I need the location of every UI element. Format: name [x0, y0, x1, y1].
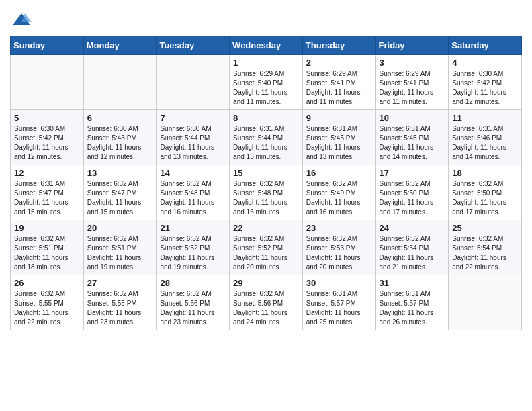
calendar-cell: 5Sunrise: 6:30 AM Sunset: 5:42 PM Daylig… — [11, 110, 84, 165]
calendar-cell: 16Sunrise: 6:32 AM Sunset: 5:49 PM Dayli… — [302, 165, 375, 220]
day-number: 13 — [87, 168, 153, 178]
day-info: Sunrise: 6:31 AM Sunset: 5:57 PM Dayligh… — [306, 289, 372, 327]
calendar-cell: 1Sunrise: 6:29 AM Sunset: 5:40 PM Daylig… — [230, 55, 303, 110]
day-number: 11 — [452, 113, 518, 123]
day-header-sunday: Sunday — [11, 36, 84, 55]
day-info: Sunrise: 6:31 AM Sunset: 5:44 PM Dayligh… — [233, 124, 299, 162]
day-info: Sunrise: 6:32 AM Sunset: 5:50 PM Dayligh… — [380, 179, 445, 217]
day-number: 21 — [160, 223, 226, 233]
calendar-cell: 7Sunrise: 6:30 AM Sunset: 5:44 PM Daylig… — [157, 110, 230, 165]
calendar-cell: 21Sunrise: 6:32 AM Sunset: 5:52 PM Dayli… — [157, 220, 230, 275]
day-header-tuesday: Tuesday — [157, 36, 230, 55]
day-info: Sunrise: 6:31 AM Sunset: 5:45 PM Dayligh… — [306, 124, 372, 162]
day-number: 9 — [306, 113, 372, 123]
calendar-cell: 19Sunrise: 6:32 AM Sunset: 5:51 PM Dayli… — [11, 220, 84, 275]
day-number: 17 — [380, 168, 445, 178]
day-number: 6 — [87, 113, 153, 123]
calendar-cell: 3Sunrise: 6:29 AM Sunset: 5:41 PM Daylig… — [375, 55, 449, 110]
day-info: Sunrise: 6:29 AM Sunset: 5:41 PM Dayligh… — [306, 69, 372, 107]
calendar-cell — [157, 55, 230, 110]
day-info: Sunrise: 6:32 AM Sunset: 5:51 PM Dayligh… — [14, 234, 80, 272]
day-info: Sunrise: 6:32 AM Sunset: 5:56 PM Dayligh… — [160, 289, 226, 327]
day-info: Sunrise: 6:32 AM Sunset: 5:55 PM Dayligh… — [87, 289, 153, 327]
day-number: 5 — [14, 113, 80, 123]
day-number: 10 — [380, 113, 445, 123]
day-number: 8 — [233, 113, 299, 123]
day-info: Sunrise: 6:29 AM Sunset: 5:41 PM Dayligh… — [380, 69, 445, 107]
day-header-wednesday: Wednesday — [230, 36, 303, 55]
logo — [10, 10, 32, 30]
day-header-friday: Friday — [375, 36, 449, 55]
day-number: 19 — [14, 223, 80, 233]
day-number: 29 — [233, 278, 299, 288]
calendar-cell: 18Sunrise: 6:32 AM Sunset: 5:50 PM Dayli… — [449, 165, 522, 220]
calendar-cell: 23Sunrise: 6:32 AM Sunset: 5:53 PM Dayli… — [302, 220, 375, 275]
week-row: 1Sunrise: 6:29 AM Sunset: 5:40 PM Daylig… — [11, 55, 522, 110]
calendar-cell: 12Sunrise: 6:31 AM Sunset: 5:47 PM Dayli… — [11, 165, 84, 220]
day-info: Sunrise: 6:32 AM Sunset: 5:54 PM Dayligh… — [452, 234, 518, 272]
week-row: 19Sunrise: 6:32 AM Sunset: 5:51 PM Dayli… — [11, 220, 522, 275]
day-header-thursday: Thursday — [302, 36, 375, 55]
day-number: 20 — [87, 223, 153, 233]
header-row: SundayMondayTuesdayWednesdayThursdayFrid… — [11, 36, 522, 55]
day-number: 30 — [306, 278, 372, 288]
day-info: Sunrise: 6:30 AM Sunset: 5:43 PM Dayligh… — [87, 124, 153, 162]
day-number: 18 — [452, 168, 518, 178]
day-info: Sunrise: 6:30 AM Sunset: 5:42 PM Dayligh… — [452, 69, 518, 107]
day-header-saturday: Saturday — [449, 36, 522, 55]
calendar-cell — [11, 55, 84, 110]
calendar-cell: 10Sunrise: 6:31 AM Sunset: 5:45 PM Dayli… — [375, 110, 449, 165]
day-info: Sunrise: 6:31 AM Sunset: 5:46 PM Dayligh… — [452, 124, 518, 162]
calendar-cell: 30Sunrise: 6:31 AM Sunset: 5:57 PM Dayli… — [302, 275, 375, 330]
calendar-cell: 17Sunrise: 6:32 AM Sunset: 5:50 PM Dayli… — [375, 165, 449, 220]
day-number: 23 — [306, 223, 372, 233]
day-number: 27 — [87, 278, 153, 288]
calendar-cell: 4Sunrise: 6:30 AM Sunset: 5:42 PM Daylig… — [449, 55, 522, 110]
day-info: Sunrise: 6:31 AM Sunset: 5:57 PM Dayligh… — [380, 289, 445, 327]
day-number: 16 — [306, 168, 372, 178]
day-info: Sunrise: 6:32 AM Sunset: 5:54 PM Dayligh… — [380, 234, 445, 272]
logo-icon — [11, 10, 32, 30]
day-info: Sunrise: 6:30 AM Sunset: 5:44 PM Dayligh… — [160, 124, 226, 162]
day-header-monday: Monday — [83, 36, 157, 55]
calendar-cell — [83, 55, 157, 110]
day-number: 15 — [233, 168, 299, 178]
day-info: Sunrise: 6:32 AM Sunset: 5:53 PM Dayligh… — [306, 234, 372, 272]
calendar-cell: 22Sunrise: 6:32 AM Sunset: 5:52 PM Dayli… — [230, 220, 303, 275]
calendar-cell: 11Sunrise: 6:31 AM Sunset: 5:46 PM Dayli… — [449, 110, 522, 165]
calendar-cell: 2Sunrise: 6:29 AM Sunset: 5:41 PM Daylig… — [302, 55, 375, 110]
calendar-cell: 14Sunrise: 6:32 AM Sunset: 5:48 PM Dayli… — [157, 165, 230, 220]
calendar-cell: 26Sunrise: 6:32 AM Sunset: 5:55 PM Dayli… — [11, 275, 84, 330]
calendar-cell: 8Sunrise: 6:31 AM Sunset: 5:44 PM Daylig… — [230, 110, 303, 165]
day-info: Sunrise: 6:32 AM Sunset: 5:48 PM Dayligh… — [233, 179, 299, 217]
day-number: 14 — [160, 168, 226, 178]
week-row: 5Sunrise: 6:30 AM Sunset: 5:42 PM Daylig… — [11, 110, 522, 165]
day-info: Sunrise: 6:32 AM Sunset: 5:51 PM Dayligh… — [87, 234, 153, 272]
day-info: Sunrise: 6:32 AM Sunset: 5:50 PM Dayligh… — [452, 179, 518, 217]
calendar-cell: 25Sunrise: 6:32 AM Sunset: 5:54 PM Dayli… — [449, 220, 522, 275]
calendar-cell: 29Sunrise: 6:32 AM Sunset: 5:56 PM Dayli… — [230, 275, 303, 330]
day-number: 24 — [380, 223, 445, 233]
calendar-cell: 31Sunrise: 6:31 AM Sunset: 5:57 PM Dayli… — [375, 275, 449, 330]
day-number: 1 — [233, 58, 299, 68]
day-number: 4 — [452, 58, 518, 68]
day-info: Sunrise: 6:32 AM Sunset: 5:48 PM Dayligh… — [160, 179, 226, 217]
calendar-cell: 15Sunrise: 6:32 AM Sunset: 5:48 PM Dayli… — [230, 165, 303, 220]
day-info: Sunrise: 6:31 AM Sunset: 5:45 PM Dayligh… — [380, 124, 445, 162]
calendar-table: SundayMondayTuesdayWednesdayThursdayFrid… — [10, 36, 522, 330]
day-number: 7 — [160, 113, 226, 123]
day-number: 28 — [160, 278, 226, 288]
day-info: Sunrise: 6:32 AM Sunset: 5:47 PM Dayligh… — [87, 179, 153, 217]
day-info: Sunrise: 6:32 AM Sunset: 5:52 PM Dayligh… — [233, 234, 299, 272]
day-info: Sunrise: 6:30 AM Sunset: 5:42 PM Dayligh… — [14, 124, 80, 162]
calendar-cell: 28Sunrise: 6:32 AM Sunset: 5:56 PM Dayli… — [157, 275, 230, 330]
day-number: 2 — [306, 58, 372, 68]
day-number: 26 — [14, 278, 80, 288]
week-row: 12Sunrise: 6:31 AM Sunset: 5:47 PM Dayli… — [11, 165, 522, 220]
day-info: Sunrise: 6:32 AM Sunset: 5:55 PM Dayligh… — [14, 289, 80, 327]
day-number: 3 — [380, 58, 445, 68]
week-row: 26Sunrise: 6:32 AM Sunset: 5:55 PM Dayli… — [11, 275, 522, 330]
day-number: 22 — [233, 223, 299, 233]
calendar-cell: 9Sunrise: 6:31 AM Sunset: 5:45 PM Daylig… — [302, 110, 375, 165]
day-number: 25 — [452, 223, 518, 233]
